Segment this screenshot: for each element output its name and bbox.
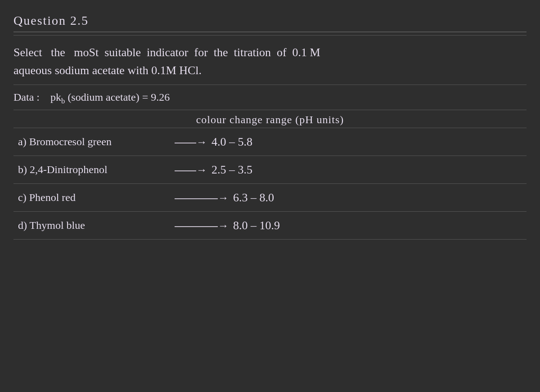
option-d-range: 8.0 – 10.9	[233, 219, 280, 232]
question-line-1: Select the moSt suitable indicator for t…	[14, 44, 526, 62]
title-section: Question 2.5	[14, 9, 526, 32]
word-suitable: suitable	[104, 46, 141, 59]
word-titration: titration	[234, 46, 271, 59]
option-b-label: b) 2,4-Dinitrophenol	[18, 164, 171, 176]
option-b-arrow: ——→	[175, 164, 207, 176]
option-a-label: a) Bromocresol green	[18, 136, 171, 148]
option-a-row: a) Bromocresol green ——→ 4.0 – 5.8	[14, 128, 526, 156]
table-header-text: colour change range (pH units)	[196, 114, 344, 125]
option-c-range: 6.3 – 8.0	[233, 191, 274, 205]
option-c-label: c) Phenol red	[18, 192, 171, 204]
word-the2: the	[214, 46, 228, 59]
option-d-label: d) Thymol blue	[18, 219, 171, 232]
word-concentration: 0.1 M	[292, 46, 320, 59]
option-c-arrow: ————→	[175, 192, 229, 204]
option-c-row: c) Phenol red ————→ 6.3 – 8.0	[14, 184, 526, 212]
question-section: Select the moSt suitable indicator for t…	[14, 36, 526, 85]
option-a-range: 4.0 – 5.8	[212, 135, 252, 149]
data-section: Data : pkb (sodium acetate) = 9.26	[14, 85, 526, 111]
option-d-arrow: ————→	[175, 219, 229, 232]
question-line-2: aqueous sodium acetate with 0.1M HCl.	[14, 62, 526, 80]
word-select: Select	[14, 46, 42, 59]
table-header: colour change range (pH units)	[14, 110, 526, 128]
word-the: the	[51, 46, 65, 59]
data-label: Data : pkb (sodium acetate) = 9.26	[14, 91, 170, 103]
word-for: for	[194, 46, 208, 59]
option-a-arrow: ——→	[175, 136, 207, 148]
option-b-row: b) 2,4-Dinitrophenol ——→ 2.5 – 3.5	[14, 156, 526, 184]
page-title: Question 2.5	[14, 13, 89, 27]
option-b-range: 2.5 – 3.5	[212, 163, 252, 177]
word-of: of	[277, 46, 287, 59]
word-indicator: indicator	[147, 46, 188, 59]
page: Question 2.5 Select the moSt suitable in…	[0, 0, 540, 392]
word-most: moSt	[74, 46, 99, 59]
option-d-row: d) Thymol blue ————→ 8.0 – 10.9	[14, 212, 526, 240]
